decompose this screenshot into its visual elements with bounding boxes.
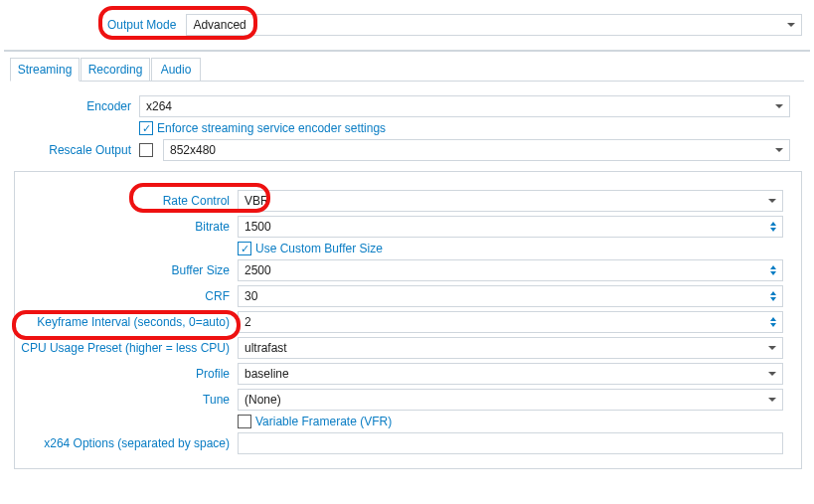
- custom-buffer-checkbox[interactable]: ✓: [238, 242, 251, 255]
- custom-buffer-label: Use Custom Buffer Size: [255, 242, 383, 255]
- keyframe-value: 2: [244, 315, 251, 329]
- encoder-label: Encoder: [0, 99, 131, 113]
- keyframe-input[interactable]: 2: [238, 311, 783, 333]
- tab-streaming[interactable]: Streaming: [10, 58, 80, 82]
- rate-control-label: Rate Control: [21, 194, 230, 208]
- chevron-up-icon[interactable]: [770, 222, 776, 226]
- chevron-down-icon[interactable]: [770, 228, 776, 232]
- crf-label: CRF: [21, 289, 230, 303]
- chevron-down-icon: [768, 199, 776, 203]
- profile-select[interactable]: baseline: [238, 363, 783, 385]
- cpu-preset-label: CPU Usage Preset (higher = less CPU): [21, 341, 230, 355]
- chevron-down-icon: [775, 104, 783, 108]
- buffer-size-value: 2500: [244, 263, 271, 277]
- x264-opts-label: x264 Options (separated by space): [21, 436, 230, 450]
- tab-recording[interactable]: Recording: [81, 58, 150, 82]
- tune-select[interactable]: (None): [238, 389, 783, 411]
- x264-opts-input[interactable]: [238, 432, 783, 454]
- encoder-select[interactable]: x264: [139, 95, 790, 117]
- chevron-up-icon[interactable]: [770, 265, 776, 269]
- rescale-checkbox[interactable]: ✓: [139, 143, 153, 157]
- chevron-down-icon[interactable]: [770, 271, 776, 275]
- rate-control-select[interactable]: VBR: [238, 190, 783, 212]
- vfr-label: Variable Framerate (VFR): [255, 415, 392, 428]
- crf-value: 30: [244, 289, 257, 303]
- bitrate-input[interactable]: 1500: [238, 216, 783, 238]
- cpu-preset-value: ultrafast: [244, 341, 287, 355]
- enforce-checkbox[interactable]: ✓: [139, 121, 153, 135]
- output-mode-select[interactable]: Advanced: [186, 14, 802, 36]
- keyframe-label: Keyframe Interval (seconds, 0=auto): [21, 315, 230, 329]
- chevron-down-icon: [775, 148, 783, 152]
- tune-label: Tune: [21, 393, 230, 407]
- output-mode-value: Advanced: [193, 18, 245, 32]
- bitrate-value: 1500: [244, 220, 271, 234]
- rescale-label: Rescale Output: [0, 143, 131, 157]
- profile-label: Profile: [21, 367, 230, 381]
- bitrate-label: Bitrate: [21, 220, 230, 234]
- chevron-down-icon[interactable]: [770, 323, 776, 327]
- crf-input[interactable]: 30: [238, 285, 783, 307]
- buffer-size-input[interactable]: 2500: [238, 259, 783, 281]
- buffer-size-label: Buffer Size: [21, 263, 230, 277]
- chevron-down-icon[interactable]: [770, 297, 776, 301]
- rescale-select[interactable]: 852x480: [163, 139, 790, 161]
- enforce-label: Enforce streaming service encoder settin…: [157, 121, 386, 135]
- tune-value: (None): [244, 393, 281, 407]
- output-mode-label: Output Mode: [107, 18, 176, 32]
- chevron-up-icon[interactable]: [770, 291, 776, 295]
- cpu-preset-select[interactable]: ultrafast: [238, 337, 783, 359]
- chevron-down-icon: [768, 346, 776, 350]
- rate-control-value: VBR: [244, 194, 269, 208]
- rescale-value: 852x480: [170, 143, 216, 157]
- chevron-down-icon: [768, 372, 776, 376]
- encoder-settings-panel: Rate Control VBR Bitrate 1500 ✓ Use Cust…: [14, 171, 802, 469]
- chevron-down-icon: [787, 23, 795, 27]
- profile-value: baseline: [244, 367, 289, 381]
- vfr-checkbox[interactable]: ✓: [238, 415, 251, 428]
- encoder-value: x264: [146, 99, 172, 113]
- tab-audio[interactable]: Audio: [151, 58, 201, 82]
- chevron-down-icon: [768, 398, 776, 402]
- chevron-up-icon[interactable]: [770, 317, 776, 321]
